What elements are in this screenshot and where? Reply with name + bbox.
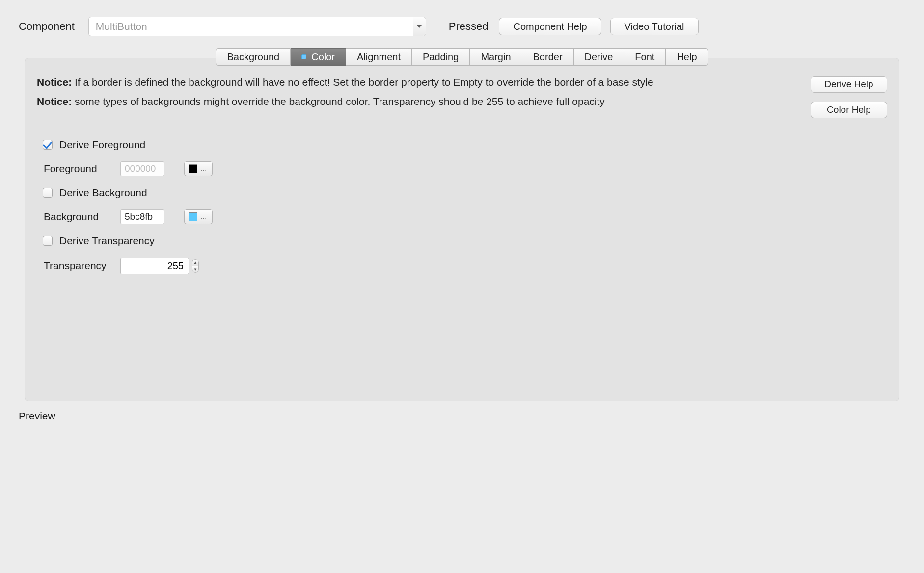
foreground-swatch-icon: [189, 164, 197, 173]
color-panel: Notice: If a border is defined the backg…: [25, 58, 899, 401]
transparency-input[interactable]: [120, 258, 189, 274]
tab-help[interactable]: Help: [666, 48, 708, 66]
background-label: Background: [44, 211, 113, 223]
derive-foreground-checkbox[interactable]: [43, 140, 53, 150]
background-color-button[interactable]: ...: [184, 209, 213, 224]
tab-font[interactable]: Font: [624, 48, 666, 66]
tab-border[interactable]: Border: [522, 48, 574, 66]
component-combo[interactable]: [88, 17, 426, 36]
tab-derive[interactable]: Derive: [574, 48, 625, 66]
transparency-step-up[interactable]: ▲: [192, 259, 199, 266]
tabstrip: Background Color Alignment Padding Margi…: [0, 48, 924, 66]
tab-background[interactable]: Background: [216, 48, 291, 66]
component-input[interactable]: [89, 21, 413, 32]
foreground-label: Foreground: [44, 163, 113, 175]
derive-transparency-label: Derive Transparency: [59, 235, 155, 247]
tab-margin[interactable]: Margin: [470, 48, 522, 66]
tab-padding[interactable]: Padding: [412, 48, 470, 66]
derive-help-button[interactable]: Derive Help: [811, 76, 887, 93]
notice-2-bold: Notice:: [37, 96, 72, 107]
component-dropdown-button[interactable]: [413, 17, 426, 36]
tab-color[interactable]: Color: [291, 48, 346, 66]
foreground-input[interactable]: [120, 161, 164, 176]
pressed-label: Pressed: [449, 20, 489, 33]
transparency-label: Transparency: [44, 260, 113, 272]
background-input[interactable]: [120, 209, 164, 224]
tab-alignment[interactable]: Alignment: [346, 48, 412, 66]
ellipsis-icon: ...: [200, 164, 207, 173]
component-help-button[interactable]: Component Help: [499, 18, 601, 35]
background-swatch-icon: [189, 212, 197, 221]
chevron-down-icon: [417, 25, 422, 28]
component-label: Component: [19, 20, 75, 33]
tab-color-label: Color: [311, 52, 335, 63]
transparency-step-down[interactable]: ▼: [192, 266, 199, 273]
notice-2-text: some types of backgrounds might override…: [75, 96, 605, 107]
ellipsis-icon: ...: [200, 212, 207, 221]
foreground-color-button[interactable]: ...: [184, 161, 213, 176]
derive-foreground-label: Derive Foreground: [59, 139, 145, 151]
notice-1-text: If a border is defined the background wi…: [75, 77, 653, 88]
derive-transparency-checkbox[interactable]: [43, 236, 53, 246]
preview-label: Preview: [19, 410, 55, 422]
derive-background-label: Derive Background: [59, 187, 147, 199]
derive-background-checkbox[interactable]: [43, 188, 53, 198]
video-tutorial-button[interactable]: Video Tutorial: [610, 18, 699, 35]
color-help-button[interactable]: Color Help: [811, 102, 887, 118]
notices: Notice: If a border is defined the backg…: [37, 75, 791, 118]
selection-indicator-icon: [301, 54, 306, 59]
notice-1-bold: Notice:: [37, 77, 72, 88]
